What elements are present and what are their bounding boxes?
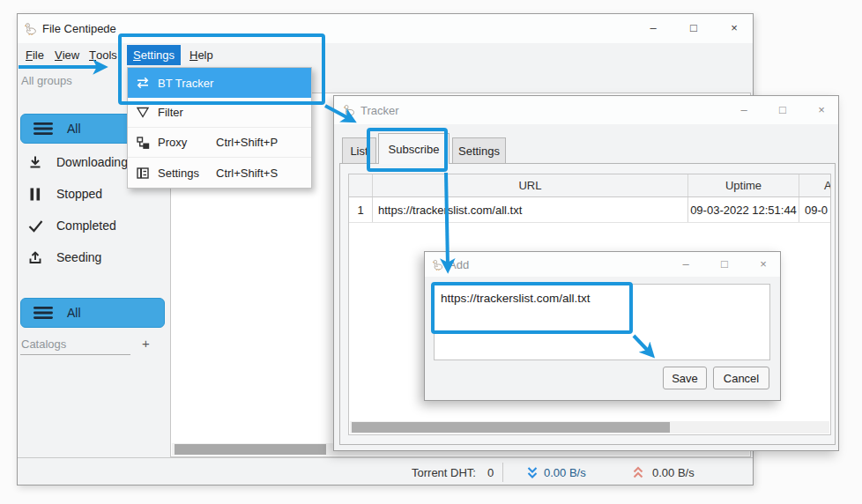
status-divider [502, 463, 503, 482]
menu-tools[interactable]: Tools [83, 45, 123, 65]
add-catalog-button[interactable]: + [142, 336, 150, 351]
main-window-title: File Centipede [42, 22, 116, 35]
close-button[interactable]: × [719, 21, 749, 34]
maximize-button[interactable]: □ [679, 21, 709, 34]
upload-speed-value: 0.00 B/s [652, 458, 695, 486]
close-button[interactable]: × [806, 103, 836, 116]
app-logo-duck-icon [343, 104, 355, 116]
menu-bar: File View Tools Settings Help [18, 43, 753, 67]
sidebar-item-completed[interactable]: Completed [20, 211, 165, 241]
app-logo-duck-icon [432, 259, 443, 271]
maximize-button[interactable]: □ [768, 103, 798, 116]
menu-item-shortcut: Ctrl+Shift+P [216, 136, 278, 149]
add-dialog: Add – □ × https://trackerslist.com/all.t… [424, 251, 781, 401]
sidebar-item-seeding[interactable]: Seeding [20, 242, 165, 272]
menu-file[interactable]: File [19, 45, 50, 65]
tab-subscribe[interactable]: Subscribe [378, 133, 450, 164]
scrollbar-thumb[interactable] [352, 422, 670, 433]
menu-item-settings[interactable]: Settings Ctrl+Shift+S [128, 158, 311, 188]
proxy-icon [135, 136, 151, 150]
status-bar: Torrent DHT: 0 0.00 B/s 0.00 B/s [18, 457, 753, 486]
settings-dropdown-menu: BT Tracker Filter Proxy [127, 67, 312, 189]
menu-item-label: Proxy [158, 136, 187, 149]
sidebar-item-label: All [67, 306, 81, 320]
minimize-button[interactable]: – [638, 21, 668, 34]
menu-view[interactable]: View [48, 45, 85, 65]
filter-icon [135, 106, 151, 119]
torrent-dht-label: Torrent DHT: [412, 458, 476, 486]
download-icon [27, 155, 43, 169]
menu-settings[interactable]: Settings [127, 45, 181, 65]
download-speed-value: 0.00 B/s [544, 458, 586, 486]
tracker-url-input[interactable]: https://trackerslist.com/all.txt [434, 284, 770, 360]
menu-item-shortcut: Ctrl+Shift+S [216, 167, 278, 180]
menu-item-label: BT Tracker [158, 77, 213, 90]
col-header-index[interactable] [349, 174, 373, 196]
tab-list[interactable]: List [342, 137, 376, 164]
cell-added: 09-0 [799, 197, 830, 222]
scrollbar-thumb[interactable] [175, 444, 326, 455]
menu-item-filter[interactable]: Filter [128, 98, 311, 128]
sidebar-item-label: Seeding [56, 250, 101, 264]
screenshot-stage: File Centipede – □ × File View Tools Set… [0, 0, 862, 504]
menu-item-bt-tracker[interactable]: BT Tracker [128, 68, 311, 98]
maximize-button[interactable]: □ [710, 257, 739, 271]
groups-selector[interactable]: All groups [21, 69, 72, 92]
settings-icon [135, 167, 151, 180]
tracker-window-title: Tracker [360, 104, 399, 117]
table-header-row: URL Uptime A [349, 174, 830, 197]
table-row[interactable]: 1 https://trackerslist.com/all.txt 09-03… [349, 197, 830, 223]
col-header-added[interactable]: A [799, 174, 830, 196]
upload-seed-icon [27, 250, 43, 264]
sidebar-item-label: Completed [56, 219, 116, 233]
torrent-dht-value: 0 [487, 458, 494, 486]
menu-item-label: Filter [158, 106, 183, 119]
sidebar-item-label: Stopped [56, 187, 102, 201]
menu-help[interactable]: Help [183, 45, 219, 65]
add-dialog-title: Add [449, 258, 469, 271]
checkmark-icon [27, 219, 43, 233]
horizontal-scrollbar[interactable] [350, 421, 829, 434]
bt-tracker-icon [135, 76, 151, 90]
cell-uptime: 09-03-2022 12:51:44 [688, 197, 799, 222]
close-button[interactable]: × [748, 257, 778, 271]
menu-item-proxy[interactable]: Proxy Ctrl+Shift+P [128, 128, 311, 158]
cancel-button[interactable]: Cancel [713, 367, 769, 389]
catalogs-divider [20, 354, 130, 355]
cell-url: https://trackerslist.com/all.txt [373, 197, 688, 222]
save-button[interactable]: Save [663, 367, 707, 389]
hamburger-icon [33, 306, 53, 320]
minimize-button[interactable]: – [729, 103, 759, 116]
sidebar-item-label: Downloading [56, 155, 128, 169]
pause-icon [27, 188, 43, 201]
cell-index: 1 [349, 197, 373, 222]
hamburger-icon [33, 122, 53, 136]
col-header-uptime[interactable]: Uptime [688, 174, 799, 196]
sidebar-catalog-all[interactable]: All [20, 298, 165, 328]
upload-speed-icon [632, 458, 644, 486]
sidebar-item-label: All [67, 122, 81, 136]
menu-item-label: Settings [158, 167, 199, 180]
app-logo-duck-icon [24, 22, 37, 35]
catalogs-label: Catalogs [21, 337, 66, 351]
minimize-button[interactable]: – [671, 257, 701, 271]
download-speed-icon [526, 458, 539, 486]
tab-settings[interactable]: Settings [452, 137, 506, 164]
col-header-url[interactable]: URL [373, 174, 688, 196]
